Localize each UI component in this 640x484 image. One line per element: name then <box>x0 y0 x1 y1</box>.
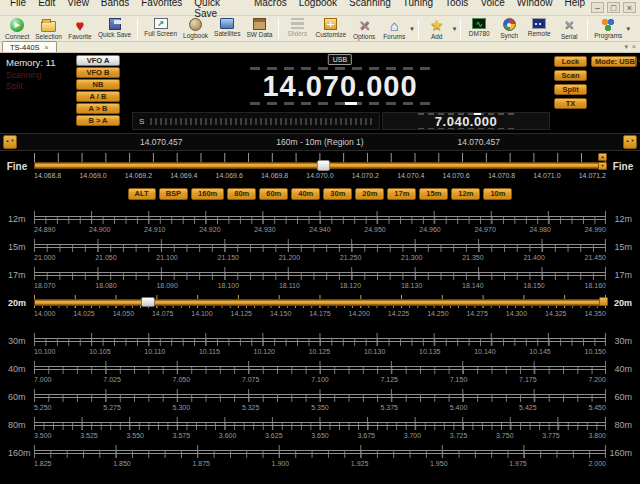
band-button-12m[interactable]: 12m <box>451 188 480 200</box>
mode-select-button[interactable]: Mode: USB ▾ <box>591 56 637 67</box>
toolbar-button-forums[interactable]: Forums <box>379 17 409 41</box>
nb-button[interactable]: NB <box>76 79 120 90</box>
toolbar-button-satellites[interactable]: Satellites <box>211 17 243 41</box>
tab-strip-close-icon[interactable]: × <box>632 43 636 51</box>
band-button-80m[interactable]: 80m <box>227 188 256 200</box>
band-stepper-right-button[interactable]: ▲ ▼ <box>623 135 637 149</box>
band-button-10m[interactable]: 10m <box>483 188 512 200</box>
sub-digit-down-steppers[interactable] <box>418 128 514 130</box>
toolbar-button-synch[interactable]: Synch <box>494 17 524 41</box>
band-tick-label: 7.125 <box>380 376 398 383</box>
fine-tick-label: 14.070.8 <box>488 172 515 179</box>
band-tick-label: 21.400 <box>523 254 544 261</box>
band-name-left: 12m <box>3 211 34 224</box>
band-button-60m[interactable]: 60m <box>259 188 288 200</box>
band-button-160m[interactable]: 160m <box>191 188 224 200</box>
band-scale-160m[interactable]: 1.8251.8501.8751.9001.9251.9501.9752.000 <box>34 445 606 473</box>
fine-tuning-slider[interactable]: ▲ ▼ 14.068.814.069.014.069.214.069.414.0… <box>34 153 606 187</box>
fine-step-down-button[interactable]: ▼ <box>598 162 607 170</box>
band-stepper-left-button[interactable]: ▲ ▼ <box>3 135 17 149</box>
chevron-down-icon[interactable]: ▾ <box>626 25 630 33</box>
band-button-17m[interactable]: 17m <box>387 188 416 200</box>
a-b-button[interactable]: A / B <box>76 91 120 102</box>
band-button-alt[interactable]: ALT <box>128 188 156 200</box>
toolbar-button-add[interactable]: Add <box>422 17 452 41</box>
toolbar-button-programs[interactable]: Programs <box>591 17 625 41</box>
toolbar-button-selection[interactable]: Selection <box>32 17 65 41</box>
band-scale-30m[interactable]: 10.10010.10510.11010.11510.12010.12510.1… <box>34 333 606 361</box>
chevron-down-icon: ▾ <box>635 57 640 66</box>
active-digit-marker <box>345 102 357 105</box>
band-scale-80m[interactable]: 3.5003.5253.5503.5753.6003.6253.6503.675… <box>34 417 606 445</box>
toolbar-button-remote[interactable]: Remote <box>524 17 554 41</box>
toolbar-button-label: Customize <box>315 31 346 38</box>
band-tick-labels: 24.89024.90024.91024.92024.93024.94024.9… <box>34 226 606 233</box>
scan-button[interactable]: Scan <box>554 70 587 81</box>
band-range-title: 160m - 10m (Region 1) <box>233 137 406 147</box>
band-tick-label: 5.400 <box>450 404 468 411</box>
toolbar-button-sw-data[interactable]: SW Data <box>243 17 275 41</box>
band-button-20m[interactable]: 20m <box>355 188 384 200</box>
tx-button[interactable]: TX <box>554 98 587 109</box>
toolbar-button-connect[interactable]: Connect <box>2 17 32 41</box>
band-scale-15m[interactable]: 21.00021.05021.10021.15021.20021.25021.3… <box>34 239 606 267</box>
vfo-a-button[interactable]: VFO A <box>76 55 120 66</box>
fine-slider-thumb[interactable] <box>317 160 330 171</box>
band-tick-label: 24.910 <box>144 226 165 233</box>
main-frequency[interactable]: 14.070.000 <box>240 71 440 101</box>
minimize-button[interactable]: – <box>591 2 604 13</box>
tab-scroll-icon[interactable]: ▾ <box>624 43 628 51</box>
band-tick-label: 14.025 <box>73 310 94 317</box>
band-scale-17m[interactable]: 18.07018.08018.09018.10018.11018.12018.1… <box>34 267 606 295</box>
vfo-b-button[interactable]: VFO B <box>76 67 120 78</box>
band-tick-label: 24.900 <box>89 226 110 233</box>
band-scale-20m[interactable]: 14.00014.02514.05014.07514.10014.12514.1… <box>34 295 606 323</box>
toolbar-button-options[interactable]: Options <box>349 17 379 41</box>
chevron-down-icon[interactable]: ▾ <box>410 25 414 33</box>
band-tick-label: 5.325 <box>242 404 260 411</box>
band-button-bsp[interactable]: BSP <box>159 188 188 200</box>
fine-step-up-button[interactable]: ▲ <box>598 153 607 161</box>
band-button-30m[interactable]: 30m <box>323 188 352 200</box>
close-button[interactable]: × <box>623 2 636 13</box>
band-tick-label: 24.890 <box>34 226 55 233</box>
lock-button[interactable]: Lock <box>554 56 587 67</box>
band-slider-thumb[interactable] <box>141 297 155 307</box>
tab-close-icon[interactable]: × <box>45 44 49 51</box>
b-a-button[interactable]: B > A <box>76 115 120 126</box>
band-button-15m[interactable]: 15m <box>419 188 448 200</box>
a-b-button[interactable]: A > B <box>76 103 120 114</box>
sliders-icon <box>291 18 304 29</box>
band-rail <box>34 338 606 342</box>
band-scale-12m[interactable]: 24.89024.90024.91024.92024.93024.94024.9… <box>34 211 606 239</box>
toolbar-button-dm780[interactable]: DM780 <box>464 17 494 41</box>
band-tick-label: 7.100 <box>311 376 329 383</box>
split-button[interactable]: Split <box>554 84 587 95</box>
band-name-right: 17m <box>606 267 637 280</box>
band-tick-label: 3.675 <box>357 432 375 439</box>
band-scale-40m[interactable]: 7.0007.0257.0507.0757.1007.1257.1507.175… <box>34 361 606 389</box>
band-tick-label: 10.110 <box>144 348 165 355</box>
sub-frequency[interactable]: 7.040.000 <box>435 115 497 128</box>
sub-vfo-display[interactable]: 7.040.000 <box>382 112 550 130</box>
options-icon <box>357 18 372 32</box>
fine-tick-label: 14.070.4 <box>397 172 424 179</box>
digit-up-steppers[interactable] <box>250 67 430 70</box>
chevron-down-icon[interactable]: ▾ <box>453 25 457 33</box>
toolbar-button-logbook[interactable]: Logbook <box>180 17 211 41</box>
toolbar-button-customize[interactable]: Customize <box>312 17 349 41</box>
digit-down-steppers[interactable] <box>250 102 430 105</box>
toolbar-button-quick-save[interactable]: Quick Save <box>95 17 134 41</box>
main-frequency-block[interactable]: 14.070.000 <box>240 67 440 105</box>
sub-digit-up-steppers[interactable] <box>418 113 514 115</box>
toolbar-button-serial[interactable]: Serial <box>554 17 584 41</box>
restore-button[interactable]: □ <box>607 2 620 13</box>
toolbar-button-full-screen[interactable]: Full Screen <box>141 17 180 41</box>
cursor-frequency-right: 14.070.457 <box>407 137 551 147</box>
band-scale-60m[interactable]: 5.2505.2755.3005.3255.3505.3755.4005.425… <box>34 389 606 417</box>
band-button-40m[interactable]: 40m <box>291 188 320 200</box>
tab-ts-440s[interactable]: TS-440S × <box>2 41 57 52</box>
band-tick-label: 3.600 <box>219 432 237 439</box>
band-end-button[interactable] <box>599 297 608 306</box>
toolbar-button-favorite[interactable]: Favorite <box>65 17 95 41</box>
